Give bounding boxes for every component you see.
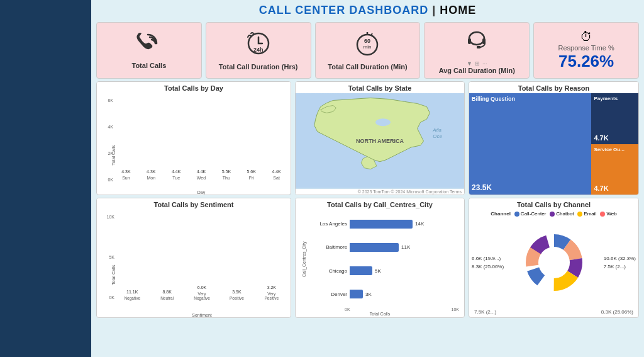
- svg-text:24h: 24h: [253, 47, 264, 53]
- chart-state-title: Total Calls by State: [296, 82, 464, 93]
- dashboard: CALL CENTER DASHBOARD | HOME Total Calls: [0, 0, 644, 357]
- reason-billing-value: 23.5K: [472, 183, 589, 192]
- charts-row-2: Total Calls by Sentiment 10K 5K 0K Total…: [91, 198, 644, 320]
- channel-label-cc: 6.6K (19.9...): [472, 256, 504, 261]
- svg-text:60: 60: [364, 38, 370, 44]
- chart-day-title: Total Calls by Day: [97, 82, 291, 93]
- chart-calls-by-sentiment: Total Calls by Sentiment 10K 5K 0K Total…: [96, 198, 291, 318]
- page-header: CALL CENTER DASHBOARD | HOME: [91, 0, 644, 20]
- kpi-response-time: ⏱ Response Time % 75.26%: [533, 22, 639, 79]
- kpi-duration-hrs-label: Total Call Duration (Hrs): [219, 63, 298, 71]
- kpi-row: Total Calls 24h Total Call Duration (Hrs…: [91, 20, 644, 81]
- map-attribution: © 2023 TomTom © 2024 Microsoft Corporati…: [296, 189, 464, 195]
- reason-service-value: 4.7K: [594, 184, 636, 192]
- charts-row-1: Total Calls by Day 6K 4K 2K 0K: [91, 81, 644, 198]
- map-area: Atla Oce NORTH AMERICA: [296, 93, 464, 189]
- reason-billing-label: Billing Question: [472, 96, 589, 102]
- svg-rect-8: [468, 38, 471, 44]
- kpi-duration-hrs: 24h Total Call Duration (Hrs): [206, 22, 311, 79]
- channel-bottom-labels: 7.5K (2...) 8.3K (25.06%): [469, 309, 638, 317]
- day-chart-y-label: Total Calls: [111, 145, 116, 166]
- reason-payments-value: 4.7K: [594, 134, 636, 142]
- header-title-part1: CALL CENTER DASHBOARD: [259, 4, 429, 16]
- day-bars-container: 4.3K Sun 4.3K Mon: [114, 96, 288, 180]
- channel-label-email: 10.6K (32.3%): [604, 256, 636, 261]
- chart-sentiment-title: Total Calls by Sentiment: [97, 198, 291, 210]
- chart-city-title: Total Calls by Call_Centres_City: [296, 198, 464, 210]
- chart-channel-title: Total Calls by Channel: [469, 198, 638, 210]
- chart-calls-by-state: Total Calls by State Atla: [295, 81, 465, 195]
- kpi-duration-min-label: Total Call Duration (Min): [328, 63, 407, 71]
- svg-line-6: [371, 33, 372, 35]
- kpi-avg-duration-label: Avg Call Duration (Min): [439, 67, 515, 74]
- header-title-part2: HOME: [440, 4, 476, 16]
- headset-icon: [463, 27, 491, 57]
- response-time-label: Response Time %: [558, 44, 614, 52]
- kpi-duration-min: 60 min Total Call Duration (Min): [315, 22, 421, 79]
- clock-60min-icon: 60 min: [353, 31, 381, 60]
- chart-calls-by-city: Total Calls by Call_Centres_City Call_Ce…: [295, 198, 465, 318]
- chart-reason-title: Total Calls by Reason: [469, 82, 638, 93]
- city-y-label: Call_Centres_City: [301, 212, 306, 306]
- reason-service-label: Service Ou...: [594, 147, 636, 152]
- response-time-value: 75.26%: [558, 52, 614, 71]
- svg-rect-10: [477, 46, 480, 48]
- channel-label-web: 7.5K (2...): [604, 264, 636, 269]
- channel-legend: Channel Call-Center Chatbot Email Web: [469, 210, 638, 218]
- svg-text:Atla: Atla: [432, 127, 441, 133]
- svg-point-14: [375, 118, 391, 126]
- city-x-label: Total Calls: [301, 312, 459, 316]
- header-sep: |: [428, 4, 440, 16]
- channel-donut: [523, 231, 586, 294]
- response-time-icon: ⏱: [580, 30, 592, 44]
- kpi-avg-duration: ▼ ⊞ ··· Avg Call Duration (Min): [424, 22, 530, 79]
- chart-calls-by-day: Total Calls by Day 6K 4K 2K 0K: [96, 81, 291, 195]
- phone-icon: [136, 32, 162, 59]
- channel-label-cb: 8.3K (25.06%): [472, 264, 504, 269]
- sidebar: [0, 0, 91, 357]
- svg-point-7: [469, 32, 484, 45]
- sentiment-y-label: Total Calls: [111, 265, 116, 285]
- day-chart-x-label: Day: [114, 190, 288, 195]
- svg-text:Oce: Oce: [433, 133, 442, 139]
- reason-payments-label: Payments: [594, 96, 636, 101]
- kpi-total-calls-label: Total Calls: [131, 62, 166, 69]
- clock-24h-icon: 24h: [245, 31, 272, 60]
- chart-calls-by-reason: Total Calls by Reason Billing Question 2…: [469, 81, 639, 195]
- svg-text:min: min: [364, 44, 372, 50]
- sentiment-x-label: Sentiment: [116, 313, 288, 317]
- kpi-total-calls: Total Calls: [96, 22, 202, 79]
- chart-calls-by-channel: Total Calls by Channel Channel Call-Cent…: [469, 198, 639, 318]
- svg-point-22: [539, 247, 569, 278]
